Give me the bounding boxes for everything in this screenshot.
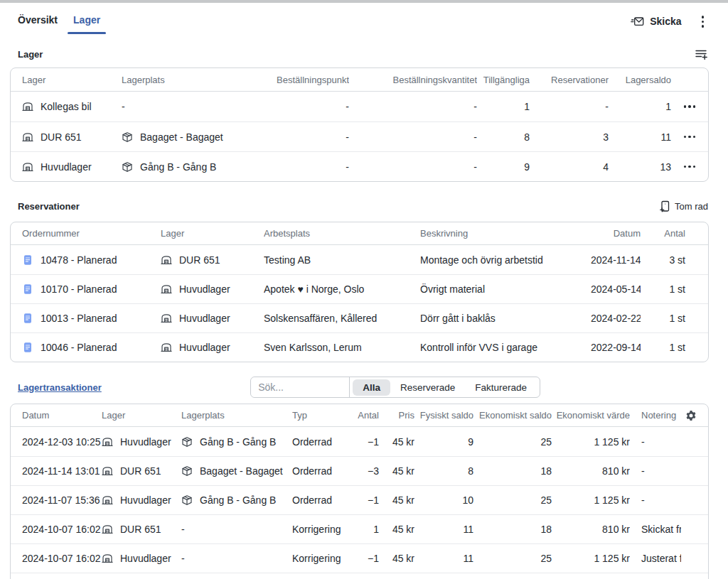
filter-alla[interactable]: Alla <box>353 379 390 396</box>
table-row[interactable]: 2024-12-03 10:25 Huvudlager Gång B - Gån… <box>11 427 708 456</box>
table-row[interactable]: Kollegas bil - - - 1 - 1 <box>11 92 708 121</box>
lager-value: Huvudlager <box>120 436 171 448</box>
order-number: 10170 - Planerad <box>41 283 117 295</box>
antal-value: −1 <box>348 494 379 506</box>
tab-oversikt[interactable]: Översikt <box>11 11 65 34</box>
antal-value: −1 <box>348 436 379 448</box>
reservations-table-header: Ordernummer Lager Arbetsplats Beskrivnin… <box>11 222 708 245</box>
search-input[interactable] <box>251 377 350 397</box>
reservations-section-head: Reservationer Tom rad <box>18 200 708 212</box>
filter-fakturerade[interactable]: Fakturerade <box>465 379 537 396</box>
transactions-link[interactable]: Lagertransaktioner <box>18 382 102 393</box>
col-lagerplats: Lagerplats <box>181 410 292 421</box>
table-row[interactable]: 10170 - Planerad Huvudlager Apotek ♥ i N… <box>11 274 708 303</box>
filter-reserverade[interactable]: Reserverade <box>390 379 465 396</box>
col-arbetsplats: Arbetsplats <box>264 228 420 239</box>
order-document-icon <box>22 342 33 353</box>
row-actions-button[interactable] <box>682 133 697 141</box>
fysiskt-saldo-value: 8 <box>414 465 473 477</box>
typ-value: Orderrad <box>292 436 348 448</box>
reservationer-value: 3 <box>530 131 609 143</box>
warehouse-icon <box>161 342 172 353</box>
warehouse-icon <box>161 254 172 266</box>
table-row[interactable]: 2024-11-07 15:36 Huvudlager Gång B - Gån… <box>11 485 708 514</box>
table-row[interactable]: 2024-10-07 16:02 Huvudlager - Korrigerin… <box>11 543 708 573</box>
ekonomiskt-varde-value: 1 125 kr <box>552 494 630 506</box>
table-row[interactable] <box>11 573 708 579</box>
notering-value: - <box>630 494 681 506</box>
add-row-icon <box>695 48 708 60</box>
reservations-table: Ordernummer Lager Arbetsplats Beskrivnin… <box>10 222 709 362</box>
col-fysiskt-saldo: Fysiskt saldo <box>414 410 473 421</box>
table-row[interactable]: 10478 - Planerad DUR 651 Testing AB Mont… <box>11 245 708 274</box>
tillgangliga-value: 9 <box>477 161 530 173</box>
arbetsplats-value: Solskensaffären, Kållered <box>264 313 420 324</box>
table-row[interactable]: 10046 - Planerad Huvudlager Sven Karlsso… <box>11 332 708 362</box>
send-button[interactable]: Skicka <box>631 16 681 27</box>
arbetsplats-value: Apotek ♥ i Norge, Oslo <box>264 283 420 295</box>
col-datum: Datum <box>591 228 641 239</box>
col-pris: Pris <box>379 410 414 421</box>
notering-value: - <box>630 465 681 477</box>
lager-value: Huvudlager <box>120 494 171 506</box>
beskrivning-value: Övrigt material <box>420 283 591 295</box>
col-ekonomiskt-saldo: Ekonomiskt saldo <box>473 410 552 421</box>
punkt-value: - <box>257 131 349 143</box>
transactions-table-header: Datum Lager Lagerplats Typ Antal Pris Fy… <box>11 404 708 427</box>
beskrivning-value: Dörr gått i baklås <box>420 313 591 324</box>
table-row[interactable]: Huvudlager Gång B - Gång B - - 9 4 13 <box>11 151 708 181</box>
col-bestallningspunkt: Beställningspunkt <box>257 75 349 85</box>
ekonomiskt-saldo-value: 25 <box>473 494 552 506</box>
datum-value: 2024-05-14 <box>591 283 641 295</box>
notering-value: Justerat fr <box>630 553 681 564</box>
table-row[interactable]: 2024-10-07 16:02 DUR 651 - Korrigering 1… <box>11 514 708 543</box>
lagerplats-value: Gång B - Gång B <box>140 161 216 173</box>
ekonomiskt-saldo-value: 18 <box>473 465 552 477</box>
row-actions-button[interactable] <box>682 163 697 171</box>
col-datum: Datum <box>22 410 102 421</box>
tab-lager[interactable]: Lager <box>66 11 107 34</box>
lagerplats-value: Gång B - Gång B <box>200 436 276 448</box>
antal-value: −3 <box>348 465 379 477</box>
package-icon <box>122 161 133 173</box>
table-row[interactable]: DUR 651 Bagaget - Bagaget - - 8 3 11 <box>11 121 708 151</box>
add-row-button[interactable] <box>695 48 708 60</box>
notering-value: Skickat frå <box>630 524 681 535</box>
reservationer-value: - <box>530 101 609 112</box>
lagerplats-value: Gång B - Gång B <box>200 494 276 506</box>
warehouse-icon <box>22 101 33 112</box>
col-beskrivning: Beskrivning <box>420 228 591 239</box>
warehouse-icon <box>161 283 172 295</box>
column-settings-button[interactable] <box>685 410 697 421</box>
fysiskt-saldo-value: 9 <box>414 436 473 448</box>
warehouse-icon <box>161 313 172 324</box>
warehouse-icon <box>102 494 113 506</box>
datum-value: 2024-11-07 15:36 <box>22 494 102 506</box>
fysiskt-saldo-value: 11 <box>414 524 473 535</box>
col-tillgangliga: Tillgängliga <box>477 75 530 85</box>
lager-value: DUR 651 <box>120 524 161 535</box>
package-icon <box>181 436 193 448</box>
typ-value: Korrigering <box>292 524 348 535</box>
row-actions-button[interactable] <box>682 102 697 111</box>
order-number: 10478 - Planerad <box>41 254 117 266</box>
table-row[interactable]: 2024-11-14 13:01 DUR 651 Bagaget - Bagag… <box>11 456 708 485</box>
col-antal: Antal <box>348 410 379 421</box>
empty-row-button[interactable]: Tom rad <box>659 200 708 212</box>
datum-value: 2022-09-14 <box>591 342 641 353</box>
send-mail-icon <box>631 16 644 27</box>
col-ekonomiskt-varde: Ekonomiskt värde <box>552 410 630 421</box>
col-ordernummer: Ordernummer <box>22 228 161 239</box>
beskrivning-value: Montage och övrig arbetstid <box>420 254 591 266</box>
inventory-table-header: Lager Lagerplats Beställningspunkt Bestä… <box>11 68 708 92</box>
warehouse-icon <box>22 161 33 173</box>
warehouse-icon <box>102 465 113 477</box>
package-icon <box>122 131 133 143</box>
kvantitet-value: - <box>349 131 477 143</box>
kvantitet-value: - <box>349 101 477 112</box>
antal-value: 1 <box>348 524 379 535</box>
more-menu-button[interactable] <box>697 13 709 30</box>
pris-value: 45 kr <box>379 524 414 535</box>
ekonomiskt-saldo-value: 18 <box>473 524 552 535</box>
table-row[interactable]: 10013 - Planerad Huvudlager Solskensaffä… <box>11 303 708 332</box>
